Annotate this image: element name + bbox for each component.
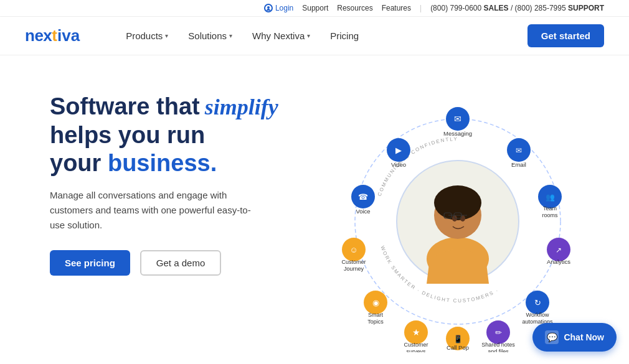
svg-text:Team: Team xyxy=(543,205,557,212)
hero-buttons: See pricing Get a demo xyxy=(50,250,311,276)
main-nav: nextiva Products ▾ Solutions ▾ Why Nexti… xyxy=(0,17,629,55)
svg-text:Video: Video xyxy=(391,161,406,168)
svg-text:Topics: Topics xyxy=(367,319,384,325)
svg-text:▶: ▶ xyxy=(395,146,402,155)
logo-text-va: iva xyxy=(57,26,80,45)
divider: | xyxy=(420,4,422,12)
svg-text:★: ★ xyxy=(412,327,420,337)
hero-title-line3: your business. xyxy=(50,149,311,178)
hero-title: Software thatsimplify helps you run your… xyxy=(50,93,311,178)
svg-text:surveys: surveys xyxy=(406,348,426,352)
svg-text:Customer: Customer xyxy=(404,342,428,348)
svg-text:👥: 👥 xyxy=(546,192,555,202)
svg-text:Voice: Voice xyxy=(356,208,370,215)
login-link[interactable]: Login xyxy=(264,4,293,12)
svg-text:Customer: Customer xyxy=(341,259,366,265)
svg-text:◉: ◉ xyxy=(372,298,379,307)
nav-pricing[interactable]: Pricing xyxy=(321,26,367,46)
get-demo-button[interactable]: Get a demo xyxy=(140,250,221,276)
svg-point-10 xyxy=(460,215,465,222)
svg-text:✉: ✉ xyxy=(454,114,461,124)
svg-text:Journey: Journey xyxy=(344,266,364,272)
nav-links: Products ▾ Solutions ▾ Why Nextiva ▾ Pri… xyxy=(117,24,604,47)
chat-icon: 💬 xyxy=(545,330,559,344)
svg-text:Smart: Smart xyxy=(368,312,384,318)
svg-text:and files: and files xyxy=(488,348,509,352)
solutions-chevron-icon: ▾ xyxy=(229,32,232,39)
logo[interactable]: nextiva xyxy=(25,26,80,45)
logo-text-next: nex xyxy=(25,26,52,45)
get-started-button[interactable]: Get started xyxy=(527,24,604,47)
products-chevron-icon: ▾ xyxy=(165,32,168,39)
svg-text:✏: ✏ xyxy=(495,328,502,337)
hero-title-line1: Software thatsimplify xyxy=(50,93,311,121)
nav-why-nextiva[interactable]: Why Nextiva ▾ xyxy=(244,26,319,46)
phone-sales-number: (800) 799-0600 SALES / (800) 285-7995 SU… xyxy=(430,4,604,12)
business-word: business. xyxy=(108,150,217,176)
diagram: COMMUNICATE CONFIDENTLY WORK SMARTER · D… xyxy=(327,91,589,352)
svg-text:📱: 📱 xyxy=(453,334,463,343)
user-icon xyxy=(264,4,273,12)
hero-right: COMMUNICATE CONFIDENTLY WORK SMARTER · D… xyxy=(311,80,604,362)
hero-section: Software thatsimplify helps you run your… xyxy=(0,55,629,362)
svg-text:rooms: rooms xyxy=(542,212,558,218)
svg-text:Email: Email xyxy=(511,161,526,168)
svg-point-0 xyxy=(267,6,270,9)
diagram-svg: COMMUNICATE CONFIDENTLY WORK SMARTER · D… xyxy=(327,91,589,352)
svg-text:Analytics: Analytics xyxy=(547,258,570,265)
top-bar-left: Login Support Resources Features | (800)… xyxy=(264,4,604,12)
hero-subtitle: Manage all conversations and engage with… xyxy=(50,188,262,233)
svg-text:↗: ↗ xyxy=(556,246,562,254)
resources-link[interactable]: Resources xyxy=(337,4,372,12)
chat-now-button[interactable]: 💬 Chat Now xyxy=(532,323,617,352)
hero-title-line2: helps you run xyxy=(50,121,311,150)
svg-text:Workflow: Workflow xyxy=(526,312,549,318)
support-link[interactable]: Support xyxy=(302,4,328,12)
svg-text:↻: ↻ xyxy=(534,298,541,307)
simplify-word: simplify xyxy=(205,94,278,121)
top-bar: Login Support Resources Features | (800)… xyxy=(0,0,629,17)
login-label: Login xyxy=(275,4,293,12)
svg-text:Shared notes: Shared notes xyxy=(481,342,515,348)
sales-label: SALES xyxy=(484,4,509,12)
features-link[interactable]: Features xyxy=(382,4,411,12)
nav-solutions[interactable]: Solutions ▾ xyxy=(179,26,241,46)
support-phone-label: SUPPORT xyxy=(568,4,604,12)
chat-label: Chat Now xyxy=(564,332,604,342)
hero-left: Software thatsimplify helps you run your… xyxy=(50,80,311,362)
logo-dot: t xyxy=(52,26,57,45)
why-nextiva-chevron-icon: ▾ xyxy=(307,32,310,39)
svg-text:✉: ✉ xyxy=(516,146,522,155)
svg-text:☺: ☺ xyxy=(349,245,357,254)
call-pop-label: Call Pop xyxy=(447,344,469,351)
svg-text:Messaging: Messaging xyxy=(443,130,472,137)
nav-products[interactable]: Products ▾ xyxy=(117,26,177,46)
see-pricing-button[interactable]: See pricing xyxy=(50,250,130,276)
svg-text:☎: ☎ xyxy=(358,192,368,202)
